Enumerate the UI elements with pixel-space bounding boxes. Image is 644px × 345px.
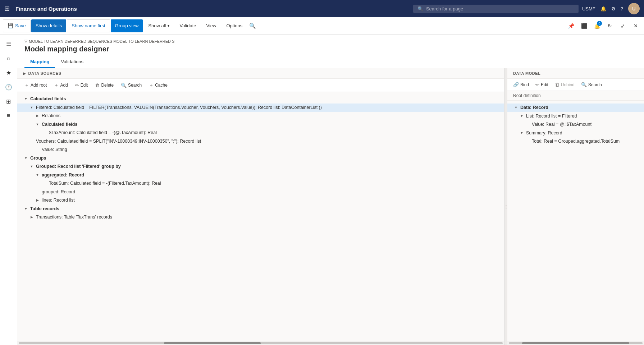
dm-unbind-icon: 🗑	[555, 82, 559, 87]
dm-tree-item-total[interactable]: Total: Real = Grouped.aggregated.TotalSu…	[507, 137, 644, 146]
sidebar-item-list[interactable]: ≡	[2, 109, 15, 122]
close-icon[interactable]: ✕	[630, 20, 641, 31]
top-nav-bar: ⊞ Finance and Operations 🔍 USMF 🔔 ⚙ ? U	[0, 0, 644, 17]
tab-validations[interactable]: Validations	[55, 56, 89, 68]
toolbar-right-icons: 📌 ⬛ 🔔 0 ↻ ⤢ ✕	[566, 20, 641, 31]
show-name-first-button[interactable]: Show name first	[67, 19, 110, 32]
expand-lines[interactable]: ▶	[35, 197, 40, 203]
page-title: Model mapping designer	[24, 45, 637, 53]
data-sources-panel: ▶ DATA SOURCES ＋ Add root ＋ Add ✏ Edit	[17, 68, 504, 345]
dm-bind-icon: 🔗	[513, 82, 519, 87]
options-button[interactable]: Options	[221, 19, 247, 32]
global-search-bar[interactable]: 🔍	[413, 5, 579, 13]
dm-tree-item-list[interactable]: ▼ List: Record list = Filtered	[507, 112, 644, 121]
show-details-button[interactable]: Show details	[31, 19, 67, 32]
validate-button[interactable]: Validate	[175, 19, 201, 32]
edit-button[interactable]: ✏ Edit	[74, 82, 90, 89]
user-avatar[interactable]: U	[628, 3, 640, 14]
tree-item-grouped[interactable]: ▼ Grouped: Record list 'Filtered' group …	[17, 162, 504, 171]
view-button[interactable]: View	[201, 19, 221, 32]
top-right-icons: USMF 🔔 ⚙ ? U	[582, 3, 640, 14]
dm-expand-data[interactable]: ▼	[513, 104, 519, 111]
help-icon[interactable]: ?	[621, 6, 623, 12]
show-all-chevron: ▾	[168, 24, 169, 28]
tree-item-relations[interactable]: ▶ Relations	[17, 112, 504, 120]
search-button[interactable]: 🔍 Search	[119, 82, 143, 89]
settings-icon[interactable]: ⚙	[611, 6, 616, 12]
dm-scrollbar-bottom[interactable]	[507, 341, 644, 345]
expand-calc-inner[interactable]: ▼	[35, 121, 40, 128]
dm-expand-list[interactable]: ▼	[519, 113, 525, 119]
tree-item-transactions[interactable]: ▶ Transactions: Table 'TaxTrans' records	[17, 213, 504, 222]
tree-item-table-records[interactable]: ▼ Table records	[17, 205, 504, 213]
dm-scrollbar-track[interactable]	[509, 342, 643, 344]
dm-scrollbar-thumb[interactable]	[522, 342, 629, 344]
expand-groups[interactable]: ▼	[23, 155, 29, 161]
tree-item-totalsum[interactable]: TotalSum: Calculated field = -(Filtered.…	[17, 179, 504, 188]
dm-tree-item-value[interactable]: Value: Real = @.'$TaxAmount'	[507, 120, 644, 129]
data-model-toolbar: 🔗 Bind ✏ Edit 🗑 Unbind 🔍 Search	[507, 79, 644, 91]
tree-item-calc-inner[interactable]: ▼ Calculated fields	[17, 120, 504, 129]
pin-icon[interactable]: 📌	[566, 20, 576, 31]
office-icon[interactable]: ⬛	[579, 20, 589, 31]
dm-tree-item-data-record[interactable]: ▼ Data: Record	[507, 104, 644, 112]
refresh-icon[interactable]: ↻	[604, 20, 615, 31]
add-button[interactable]: ＋ Add	[52, 81, 69, 89]
dm-search-button[interactable]: 🔍 Search	[580, 81, 603, 88]
tree-item-calculated-fields[interactable]: ▼ Calculated fields	[17, 95, 504, 104]
dm-tree-item-summary[interactable]: ▼ Summary: Record	[507, 129, 644, 138]
notification-icon[interactable]: 🔔	[600, 6, 606, 12]
tab-mapping[interactable]: Mapping	[24, 56, 55, 68]
dm-bind-button[interactable]: 🔗 Bind	[512, 81, 530, 88]
delete-button[interactable]: 🗑 Delete	[93, 82, 115, 89]
expand-relations[interactable]: ▶	[35, 112, 40, 119]
expand-grouped[interactable]: ▼	[29, 163, 35, 170]
tree-item-taxamount[interactable]: $TaxAmount: Calculated field = -(@.TaxAm…	[17, 129, 504, 137]
app-title: Finance and Operations	[15, 6, 77, 12]
expand-table-records[interactable]: ▼	[23, 206, 29, 212]
tree-item-aggregated[interactable]: ▼ aggregated: Record	[17, 171, 504, 180]
save-button[interactable]: 💾 Save	[3, 19, 31, 32]
new-window-icon[interactable]: ⤢	[617, 20, 628, 31]
notifications-icon[interactable]: 🔔 0	[592, 20, 602, 31]
tabs: Mapping Validations	[24, 56, 637, 68]
expand-filtered[interactable]: ▼	[29, 104, 35, 111]
expand-calculated-fields[interactable]: ▼	[23, 96, 29, 102]
page-header: ▽ MODEL TO LEARN DEFERRED SEQUENCES MODE…	[17, 34, 644, 68]
tree-item-vouchers[interactable]: Vouchers: Calculated field = SPLIT("INV-…	[17, 137, 504, 146]
sidebar-item-hamburger[interactable]: ☰	[2, 37, 15, 50]
ds-scrollbar-bottom[interactable]	[17, 341, 504, 345]
expand-transactions[interactable]: ▶	[29, 214, 35, 220]
show-all-button[interactable]: Show all ▾	[143, 19, 174, 32]
tree-item-groups[interactable]: ▼ Groups	[17, 154, 504, 163]
toolbar-search-icon[interactable]: 🔍	[249, 23, 256, 29]
data-sources-header: ▶ DATA SOURCES	[17, 68, 504, 79]
sidebar-item-favorites[interactable]: ★	[2, 66, 15, 79]
expand-value-string	[35, 146, 40, 153]
cache-icon: ＋	[149, 82, 154, 88]
add-icon: ＋	[54, 82, 59, 88]
sidebar-item-workspaces[interactable]: ⊞	[2, 95, 15, 108]
tree-item-value-string[interactable]: Value: String	[17, 146, 504, 154]
group-view-button[interactable]: Group view	[111, 19, 143, 32]
tree-item-filtered[interactable]: ▼ Filtered: Calculated field = FILTER(Tr…	[17, 104, 504, 112]
sidebar-item-recent[interactable]: 🕐	[2, 80, 15, 93]
sidebar-item-home[interactable]: ⌂	[2, 52, 15, 65]
cache-button[interactable]: ＋ Cache	[147, 81, 169, 89]
app-grid-icon[interactable]: ⊞	[4, 5, 10, 13]
search-input[interactable]	[426, 6, 574, 12]
tree-item-lines[interactable]: ▶ lines: Record list	[17, 196, 504, 205]
vertical-splitter[interactable]: ⋮	[504, 68, 507, 345]
tree-item-grouped-record[interactable]: grouped: Record	[17, 188, 504, 197]
data-model-tree: ▼ Data: Record ▼ List: Record list = Fil…	[507, 101, 644, 341]
data-sources-expand[interactable]: ▶	[23, 72, 26, 75]
expand-aggregated[interactable]: ▼	[35, 172, 40, 178]
ds-scrollbar-track[interactable]	[19, 342, 503, 344]
data-model-header: DATA MODEL	[507, 68, 644, 79]
ds-scrollbar-thumb[interactable]	[164, 342, 261, 344]
left-sidebar: ☰ ⌂ ★ 🕐 ⊞ ≡	[0, 34, 17, 345]
dm-unbind-button[interactable]: 🗑 Unbind	[553, 81, 576, 88]
dm-edit-button[interactable]: ✏ Edit	[534, 81, 550, 88]
add-root-button[interactable]: ＋ Add root	[23, 81, 48, 89]
dm-expand-summary[interactable]: ▼	[519, 130, 525, 136]
